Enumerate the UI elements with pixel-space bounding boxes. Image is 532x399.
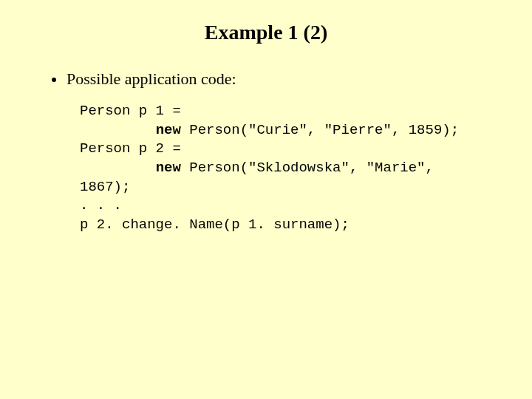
code-line-7: p 2. change. Name(p 1. surname); bbox=[80, 216, 349, 233]
code-line-6: . . . bbox=[80, 197, 122, 214]
code-indent-4 bbox=[80, 160, 156, 176]
code-block: Person p 1 = new Person("Curie", "Pierre… bbox=[80, 102, 495, 234]
slide: Example 1 (2) Possible application code:… bbox=[0, 0, 532, 399]
keyword-new-2: new bbox=[156, 160, 181, 176]
code-line-4b: Person("Sklodowska", "Marie", bbox=[181, 160, 442, 176]
code-indent-2 bbox=[80, 122, 156, 138]
bullet-item: Possible application code: bbox=[52, 69, 495, 89]
keyword-new-1: new bbox=[156, 122, 181, 138]
code-line-1: Person p 1 = bbox=[80, 103, 189, 119]
code-line-5: 1867); bbox=[80, 179, 130, 195]
code-line-3: Person p 2 = bbox=[80, 140, 189, 157]
bullet-text: Possible application code: bbox=[66, 69, 236, 89]
slide-title: Example 1 (2) bbox=[37, 21, 495, 44]
bullet-dot-icon bbox=[52, 78, 56, 82]
code-line-2b: Person("Curie", "Pierre", 1859); bbox=[181, 122, 459, 138]
